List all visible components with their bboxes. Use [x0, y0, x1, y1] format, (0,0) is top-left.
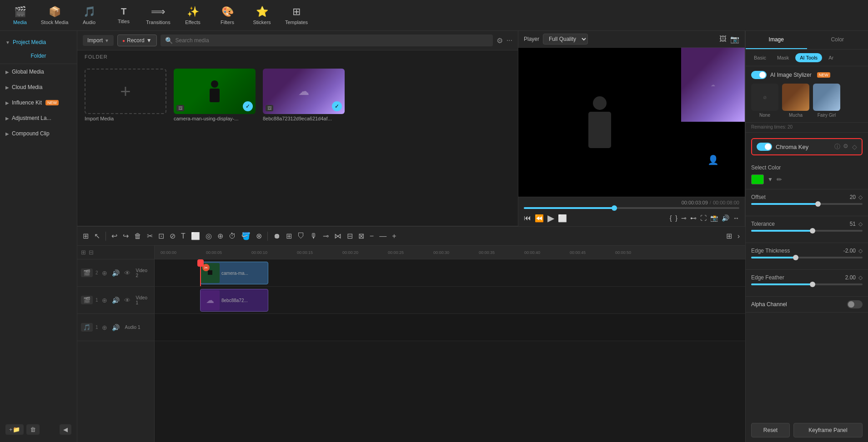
clip-out-button[interactable]: ⊷	[690, 214, 697, 222]
track-row-video2[interactable]: camera-ma... ✂	[155, 259, 745, 287]
edge-feather-slider[interactable]	[751, 283, 863, 285]
color-box[interactable]	[751, 174, 764, 184]
plus-zoom-icon[interactable]: +	[390, 230, 398, 242]
import-button[interactable]: Import ▼	[83, 35, 114, 46]
volume-audio-icon[interactable]: 🔊	[111, 323, 120, 332]
merge-icon[interactable]: ⊗	[254, 230, 264, 242]
search-input[interactable]	[176, 37, 488, 44]
split-icon[interactable]: ⊘	[168, 230, 177, 242]
media-item-add[interactable]: + Import Media	[85, 69, 166, 121]
player-progress-thumb[interactable]	[612, 205, 617, 211]
diamond-chroma-icon[interactable]: ◇	[852, 143, 857, 150]
tolerance-slider[interactable]	[751, 230, 863, 232]
mic-icon[interactable]: 🎙	[308, 230, 319, 242]
edge-thickness-slider[interactable]	[751, 257, 863, 258]
ai-thumb-mucha[interactable]: Mucha	[782, 84, 809, 118]
mark-out-button[interactable]: }	[675, 214, 677, 222]
add-track-1-icon[interactable]: ⊕	[101, 296, 108, 305]
offset-thumb[interactable]	[815, 201, 821, 207]
record-timeline-icon[interactable]: ⏺	[271, 230, 282, 242]
sub-tab-basic[interactable]: Basic	[749, 53, 771, 62]
minus-zoom-icon[interactable]: −	[368, 230, 376, 242]
full-screen-button[interactable]: ⛶	[700, 214, 707, 222]
equalizer-icon[interactable]: ⊞	[284, 230, 294, 242]
track-row-audio1[interactable]	[155, 314, 745, 341]
snapshot-icon[interactable]: 📷	[730, 35, 739, 44]
edge-thickness-thumb[interactable]	[793, 255, 798, 260]
redo-icon[interactable]: ↪	[121, 230, 130, 242]
toolbar-item-stock-media[interactable]: 📦 Stock Media	[38, 2, 71, 29]
text-icon[interactable]: T	[179, 230, 187, 242]
add-track-2-icon[interactable]: ⊕	[101, 268, 108, 278]
offset-slider[interactable]	[751, 203, 863, 205]
toolbar-item-media[interactable]: 🎬 Media	[4, 2, 36, 29]
undo-icon[interactable]: ↩	[110, 230, 119, 242]
frame-icon[interactable]: ⬜	[189, 230, 202, 242]
crop-icon[interactable]: ⊡	[156, 230, 166, 242]
eye-icon-2[interactable]: 👁	[123, 268, 131, 278]
sidebar-item-project-media[interactable]: ▼ Project Media	[0, 35, 77, 50]
rewind-button[interactable]: ⏮	[524, 214, 531, 222]
tolerance-thumb[interactable]	[810, 228, 815, 233]
color-grade-icon[interactable]: ◎	[204, 230, 214, 242]
sidebar-item-compound-clip[interactable]: ▶ Compound Clip	[0, 126, 77, 141]
step-back-button[interactable]: ⏪	[535, 214, 544, 223]
layout-options-icon[interactable]: ⊞	[724, 230, 734, 242]
tab-color[interactable]: Color	[807, 31, 868, 49]
zoom-slider-icon[interactable]: —	[377, 230, 388, 242]
sub-tab-ai-tools[interactable]: AI Tools	[795, 53, 822, 62]
play-button[interactable]: ▶	[547, 213, 554, 223]
eye-icon-1[interactable]: 👁	[123, 296, 131, 305]
snapshot-button[interactable]: 📸	[710, 214, 718, 222]
offset-keyframe-icon[interactable]: ◇	[858, 194, 863, 200]
color-dropdown-arrow[interactable]: ▼	[768, 176, 773, 183]
keyframe-panel-button[interactable]: Keyframe Panel	[793, 423, 863, 437]
camera-man-clip[interactable]: camera-ma... ✂	[200, 262, 268, 284]
toolbar-item-effects[interactable]: ✨ Effects	[176, 2, 209, 29]
edge-feather-keyframe-icon[interactable]: ◇	[858, 274, 863, 281]
image-mode-icon[interactable]: 🖼	[719, 35, 727, 44]
track-row-video1[interactable]: ☁ 8ebc88a72...	[155, 287, 745, 314]
ai-stylizer-toggle[interactable]	[751, 71, 767, 79]
sidebar-item-cloud-media[interactable]: ▶ Cloud Media	[0, 79, 77, 95]
settings-button[interactable]: ↔	[733, 214, 739, 222]
toolbar-item-templates[interactable]: ⊞ Templates	[280, 2, 313, 29]
square-frame-button[interactable]: ⬜	[558, 214, 567, 223]
player-progress-bar[interactable]	[524, 207, 739, 209]
chroma-key-toggle[interactable]	[757, 143, 772, 151]
group-icon[interactable]: ⊠	[356, 230, 366, 242]
detach-audio-icon[interactable]: ⊸	[321, 230, 331, 242]
alpha-channel-toggle[interactable]	[847, 300, 863, 308]
reset-button[interactable]: Reset	[751, 423, 790, 437]
sidebar-item-global-media[interactable]: ▶ Global Media	[0, 64, 77, 79]
toolbar-item-transitions[interactable]: ⟹ Transitions	[142, 2, 175, 29]
info-icon[interactable]: ⓘ	[834, 143, 840, 151]
shield-icon[interactable]: ⛉	[296, 230, 306, 242]
filter-icon[interactable]: ⚙	[497, 36, 503, 45]
delete-button[interactable]: 🗑	[26, 424, 40, 435]
quality-select[interactable]: Full Quality	[543, 34, 588, 45]
toolbar-item-titles[interactable]: T Titles	[107, 2, 140, 29]
volume-icon-1[interactable]: 🔊	[111, 296, 120, 305]
mark-in-button[interactable]: {	[670, 214, 672, 222]
sidebar-item-influence-kit[interactable]: ▶ Influence Kit NEW	[0, 95, 77, 110]
ai-thumb-none[interactable]: ⊘ None	[751, 84, 778, 118]
select-tool-icon[interactable]: ↖	[92, 230, 102, 242]
volume-button[interactable]: 🔊	[722, 214, 729, 222]
edge-feather-thumb[interactable]	[810, 282, 815, 287]
cut-icon[interactable]: ✂	[145, 230, 155, 242]
record-button[interactable]: ● Record ▼	[117, 35, 157, 46]
chroma-key-section[interactable]: Chroma Key ⓘ ⚙ ◇	[751, 138, 863, 155]
8ebc-clip[interactable]: ☁ 8ebc88a72...	[200, 289, 268, 312]
ai-thumb-fairy-girl[interactable]: Fairy Girl	[813, 84, 840, 118]
more-options-icon[interactable]: ···	[507, 36, 512, 45]
paint-bucket-icon[interactable]: 🪣	[240, 230, 252, 242]
more-timeline-icon[interactable]: ›	[736, 230, 742, 242]
settings-icon[interactable]: ⚙	[843, 143, 848, 151]
add-track-icon[interactable]: ⊞	[81, 249, 86, 256]
media-item-8ebc[interactable]: ☁ ✓ 🖼 8ebc88a72312d9eca621d4af...	[263, 69, 345, 121]
toolbar-item-filters[interactable]: 🎨 Filters	[211, 2, 244, 29]
toolbar-item-audio[interactable]: 🎵 Audio	[73, 2, 105, 29]
delete-icon[interactable]: 🗑	[132, 230, 143, 242]
sub-tab-ar[interactable]: Ar	[824, 53, 838, 62]
